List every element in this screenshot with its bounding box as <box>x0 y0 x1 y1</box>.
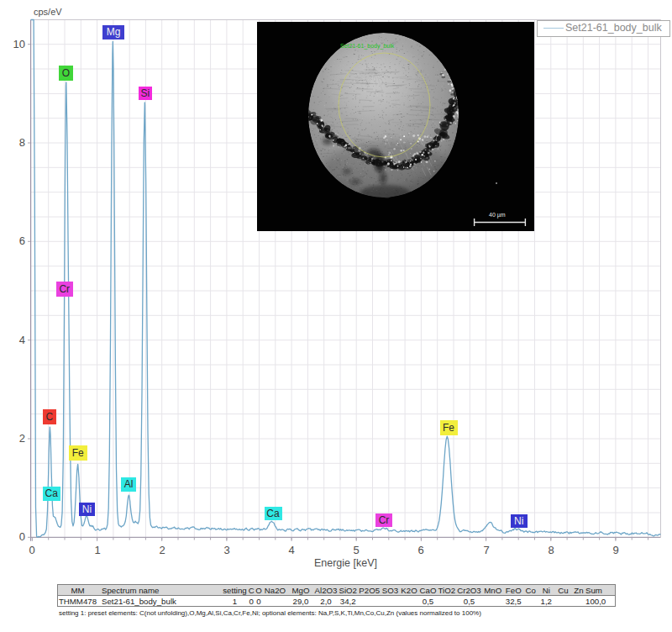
svg-text:40 µm: 40 µm <box>489 212 506 219</box>
svg-text:Set21-61_body_bulk: Set21-61_body_bulk <box>340 43 395 50</box>
